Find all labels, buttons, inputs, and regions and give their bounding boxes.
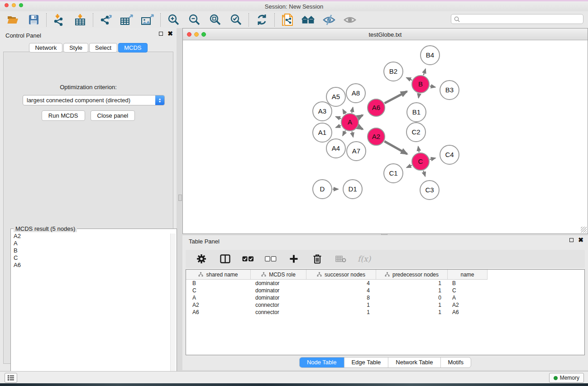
table-cell[interactable]: B xyxy=(448,280,488,286)
node-C1[interactable]: C1 xyxy=(384,164,403,183)
edge-A2-C[interactable] xyxy=(384,141,407,154)
hide-graphics-details-icon[interactable] xyxy=(322,13,336,27)
node-A3[interactable]: A3 xyxy=(313,102,332,121)
add-row-icon[interactable] xyxy=(287,252,301,266)
window-resize-grip[interactable] xyxy=(581,227,587,233)
edge-A-A5[interactable] xyxy=(343,110,345,114)
table-cell[interactable]: dominator xyxy=(251,280,306,286)
import-network-icon[interactable] xyxy=(53,13,66,27)
run-mcds-button[interactable]: Run MCDS xyxy=(42,110,85,121)
node-B2[interactable]: B2 xyxy=(384,62,403,81)
node-A2[interactable]: A2 xyxy=(368,128,385,145)
edge-A-A2[interactable] xyxy=(358,127,363,129)
optimization-criterion-dropdown[interactable]: largest connected component (directed) ▲… xyxy=(23,95,165,105)
function-builder-icon[interactable]: f(x) xyxy=(358,254,371,263)
edge-A-A4[interactable] xyxy=(343,131,345,136)
import-table-icon[interactable] xyxy=(73,13,87,27)
table-cell[interactable]: C xyxy=(448,287,488,294)
edge-A-A7[interactable] xyxy=(352,132,353,137)
search-box[interactable] xyxy=(451,14,583,24)
edge-C-C4[interactable] xyxy=(430,158,435,159)
control-panel-tab[interactable]: Style xyxy=(63,43,88,52)
table-cell[interactable]: A xyxy=(448,295,488,301)
select-all-rows-icon[interactable] xyxy=(242,252,254,266)
table-cell[interactable]: 4 xyxy=(306,280,376,286)
edge-A6-B[interactable] xyxy=(385,91,407,103)
delete-table-icon[interactable] xyxy=(334,252,348,266)
edge-A-A8[interactable] xyxy=(352,107,353,113)
export-network-icon[interactable] xyxy=(99,13,113,27)
table-cell[interactable]: dominator xyxy=(251,287,306,294)
table-row[interactable]: Cdominator41C xyxy=(186,287,584,294)
table-cell[interactable]: 1 xyxy=(376,309,448,315)
table-cell[interactable]: A6 xyxy=(186,309,251,315)
result-scrollbar[interactable] xyxy=(170,234,176,386)
node-C[interactable]: C xyxy=(412,153,429,170)
node-B4[interactable]: B4 xyxy=(421,46,440,65)
mcds-result-item[interactable]: A2 xyxy=(14,233,170,240)
refresh-layout-icon[interactable] xyxy=(255,13,268,27)
table-cell[interactable]: 8 xyxy=(306,295,376,301)
edge-B-B2[interactable] xyxy=(406,78,412,81)
edge-B-B1[interactable] xyxy=(419,94,419,98)
table-cell[interactable]: 1 xyxy=(306,309,376,315)
control-panel-tab[interactable]: MCDS xyxy=(118,43,147,52)
table-cell[interactable]: 1 xyxy=(376,280,448,286)
column-header[interactable]: predecessor nodes xyxy=(376,270,448,280)
main-titlebar[interactable]: Session: New Session xyxy=(0,1,588,11)
table-cell[interactable]: dominator xyxy=(251,295,306,301)
column-header[interactable]: name xyxy=(448,270,488,280)
table-cell[interactable]: A2 xyxy=(186,302,251,308)
column-header[interactable]: MCDS role xyxy=(251,270,306,280)
mcds-result-item[interactable]: A6 xyxy=(14,262,170,269)
table-cell[interactable]: 1 xyxy=(376,287,448,294)
table-row[interactable]: Bdominator41B xyxy=(186,280,584,287)
float-panel-icon[interactable] xyxy=(159,32,163,36)
table-cell[interactable]: C xyxy=(186,287,251,294)
table-cell[interactable]: 0 xyxy=(376,295,448,301)
vertical-split-grip[interactable] xyxy=(178,195,182,201)
memory-button[interactable]: Memory xyxy=(549,373,584,383)
node-A8[interactable]: A8 xyxy=(346,84,365,103)
zoom-out-icon[interactable] xyxy=(187,13,201,27)
edge-C-C2[interactable] xyxy=(418,147,419,152)
delete-row-trash-icon[interactable] xyxy=(311,252,324,266)
control-panel-tab[interactable]: Select xyxy=(89,43,117,52)
table-cell[interactable]: A xyxy=(186,295,251,301)
edge-A-A3[interactable] xyxy=(336,117,341,119)
close-table-panel-icon[interactable]: ✖ xyxy=(578,238,583,242)
column-header[interactable]: successor nodes xyxy=(306,270,376,280)
edge-C-C3[interactable] xyxy=(423,171,425,176)
float-table-panel-icon[interactable] xyxy=(569,238,574,242)
network-window-titlebar[interactable]: testGlobe.txt xyxy=(183,29,588,40)
table-row[interactable]: A2connector11A2 xyxy=(186,301,584,309)
table-tab[interactable]: Network Table xyxy=(388,357,440,367)
node-C4[interactable]: C4 xyxy=(440,145,459,164)
table-cell[interactable]: A2 xyxy=(448,302,488,308)
node-C3[interactable]: C3 xyxy=(420,181,439,200)
mcds-result-item[interactable]: C xyxy=(14,254,170,262)
node-D[interactable]: D xyxy=(313,180,332,199)
table-cell[interactable]: 4 xyxy=(306,287,376,294)
node-A4[interactable]: A4 xyxy=(326,139,345,158)
table-cell[interactable]: A6 xyxy=(448,309,488,315)
deselect-all-rows-icon[interactable] xyxy=(264,252,277,266)
node-A5[interactable]: A5 xyxy=(326,87,345,106)
table-cell[interactable]: connector xyxy=(251,309,306,315)
show-graphics-details-icon[interactable] xyxy=(343,13,357,27)
node-D1[interactable]: D1 xyxy=(343,180,362,199)
table-row[interactable]: A6connector11A6 xyxy=(186,309,584,316)
edge-B-B4[interactable] xyxy=(424,69,425,75)
table-settings-gear-icon[interactable] xyxy=(195,252,208,266)
node-A[interactable]: A xyxy=(341,114,359,131)
table-tab[interactable]: Edge Table xyxy=(344,357,388,367)
node-C2[interactable]: C2 xyxy=(406,123,425,142)
node-A6[interactable]: A6 xyxy=(368,99,385,116)
table-cell[interactable]: 1 xyxy=(306,302,376,308)
node-A7[interactable]: A7 xyxy=(347,142,366,161)
search-input[interactable] xyxy=(462,15,580,23)
mcds-result-item[interactable]: B xyxy=(14,247,170,254)
node-B3[interactable]: B3 xyxy=(440,81,459,100)
network-canvas[interactable]: B4B2BB3A8A5A6A3B1AA1C2A2A4A7C4CC1C3DD1 xyxy=(183,40,587,233)
edge-A-A1[interactable] xyxy=(336,125,341,127)
